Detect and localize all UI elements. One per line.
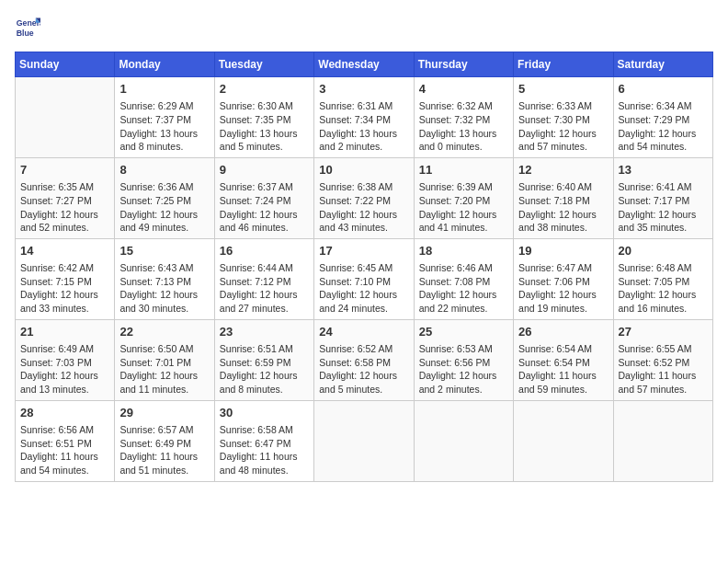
- calendar-cell: 2Sunrise: 6:30 AM Sunset: 7:35 PM Daylig…: [214, 77, 313, 158]
- day-number: 15: [119, 243, 209, 259]
- day-number: 14: [20, 243, 109, 259]
- cell-info: Sunrise: 6:38 AM Sunset: 7:22 PM Dayligh…: [319, 180, 408, 235]
- day-number: 25: [419, 324, 508, 340]
- calendar-cell: 27Sunrise: 6:55 AM Sunset: 6:52 PM Dayli…: [613, 319, 712, 400]
- calendar-cell: 26Sunrise: 6:54 AM Sunset: 6:54 PM Dayli…: [514, 319, 613, 400]
- calendar-cell: 16Sunrise: 6:44 AM Sunset: 7:12 PM Dayli…: [214, 238, 313, 319]
- calendar-cell: 19Sunrise: 6:47 AM Sunset: 7:06 PM Dayli…: [514, 238, 613, 319]
- calendar-cell: [16, 77, 115, 158]
- calendar-cell: [514, 400, 613, 481]
- day-number: 7: [20, 162, 109, 178]
- calendar-cell: [414, 400, 513, 481]
- calendar-cell: 8Sunrise: 6:36 AM Sunset: 7:25 PM Daylig…: [115, 157, 214, 238]
- cell-info: Sunrise: 6:45 AM Sunset: 7:10 PM Dayligh…: [319, 261, 408, 316]
- weekday-header: Friday: [514, 52, 613, 77]
- day-number: 28: [20, 405, 109, 421]
- cell-info: Sunrise: 6:40 AM Sunset: 7:18 PM Dayligh…: [518, 180, 608, 235]
- calendar-cell: 15Sunrise: 6:43 AM Sunset: 7:13 PM Dayli…: [115, 238, 214, 319]
- calendar-cell: [613, 400, 712, 481]
- calendar-cell: 25Sunrise: 6:53 AM Sunset: 6:56 PM Dayli…: [414, 319, 513, 400]
- calendar-cell: 11Sunrise: 6:39 AM Sunset: 7:20 PM Dayli…: [414, 157, 513, 238]
- day-number: 12: [518, 162, 608, 178]
- day-number: 17: [319, 243, 408, 259]
- cell-info: Sunrise: 6:32 AM Sunset: 7:32 PM Dayligh…: [419, 99, 508, 154]
- cell-info: Sunrise: 6:37 AM Sunset: 7:24 PM Dayligh…: [220, 180, 309, 235]
- day-number: 13: [619, 162, 708, 178]
- calendar-cell: 12Sunrise: 6:40 AM Sunset: 7:18 PM Dayli…: [514, 157, 613, 238]
- cell-info: Sunrise: 6:56 AM Sunset: 6:51 PM Dayligh…: [20, 423, 109, 477]
- page-header: General Blue: [15, 15, 713, 40]
- calendar-cell: 30Sunrise: 6:58 AM Sunset: 6:47 PM Dayli…: [214, 400, 313, 481]
- calendar-week-row: 21Sunrise: 6:49 AM Sunset: 7:03 PM Dayli…: [16, 319, 713, 400]
- weekday-header: Wednesday: [314, 52, 414, 77]
- day-number: 8: [119, 162, 209, 178]
- day-number: 30: [220, 405, 309, 421]
- day-number: 22: [119, 324, 209, 340]
- cell-info: Sunrise: 6:48 AM Sunset: 7:05 PM Dayligh…: [619, 261, 708, 316]
- calendar-cell: 22Sunrise: 6:50 AM Sunset: 7:01 PM Dayli…: [115, 319, 214, 400]
- weekday-header-row: SundayMondayTuesdayWednesdayThursdayFrid…: [16, 52, 713, 77]
- day-number: 26: [518, 324, 608, 340]
- calendar-week-row: 1Sunrise: 6:29 AM Sunset: 7:37 PM Daylig…: [16, 77, 713, 158]
- cell-info: Sunrise: 6:54 AM Sunset: 6:54 PM Dayligh…: [518, 342, 608, 396]
- calendar-cell: 29Sunrise: 6:57 AM Sunset: 6:49 PM Dayli…: [115, 400, 214, 481]
- calendar-cell: 10Sunrise: 6:38 AM Sunset: 7:22 PM Dayli…: [314, 157, 414, 238]
- day-number: 4: [419, 81, 508, 98]
- cell-info: Sunrise: 6:53 AM Sunset: 6:56 PM Dayligh…: [419, 342, 508, 396]
- day-number: 27: [619, 324, 708, 340]
- calendar-cell: 9Sunrise: 6:37 AM Sunset: 7:24 PM Daylig…: [214, 157, 313, 238]
- day-number: 11: [419, 162, 508, 178]
- calendar-week-row: 14Sunrise: 6:42 AM Sunset: 7:15 PM Dayli…: [16, 238, 713, 319]
- day-number: 2: [220, 81, 309, 98]
- day-number: 23: [220, 324, 309, 340]
- svg-text:Blue: Blue: [17, 29, 34, 38]
- calendar-cell: 21Sunrise: 6:49 AM Sunset: 7:03 PM Dayli…: [16, 319, 115, 400]
- cell-info: Sunrise: 6:57 AM Sunset: 6:49 PM Dayligh…: [119, 423, 209, 477]
- calendar-cell: 4Sunrise: 6:32 AM Sunset: 7:32 PM Daylig…: [414, 77, 513, 158]
- day-number: 10: [319, 162, 408, 178]
- cell-info: Sunrise: 6:31 AM Sunset: 7:34 PM Dayligh…: [319, 99, 408, 154]
- day-number: 18: [419, 243, 508, 259]
- day-number: 3: [319, 81, 408, 98]
- cell-info: Sunrise: 6:52 AM Sunset: 6:58 PM Dayligh…: [319, 342, 408, 396]
- weekday-header: Sunday: [16, 52, 115, 77]
- cell-info: Sunrise: 6:29 AM Sunset: 7:37 PM Dayligh…: [119, 99, 209, 154]
- weekday-header: Thursday: [414, 52, 513, 77]
- weekday-header: Tuesday: [214, 52, 313, 77]
- day-number: 21: [20, 324, 109, 340]
- cell-info: Sunrise: 6:41 AM Sunset: 7:17 PM Dayligh…: [619, 180, 708, 235]
- cell-info: Sunrise: 6:55 AM Sunset: 6:52 PM Dayligh…: [619, 342, 708, 396]
- cell-info: Sunrise: 6:39 AM Sunset: 7:20 PM Dayligh…: [419, 180, 508, 235]
- day-number: 19: [518, 243, 608, 259]
- calendar-cell: 28Sunrise: 6:56 AM Sunset: 6:51 PM Dayli…: [16, 400, 115, 481]
- day-number: 9: [220, 162, 309, 178]
- cell-info: Sunrise: 6:36 AM Sunset: 7:25 PM Dayligh…: [119, 180, 209, 235]
- day-number: 29: [119, 405, 209, 421]
- calendar-cell: 17Sunrise: 6:45 AM Sunset: 7:10 PM Dayli…: [314, 238, 414, 319]
- calendar-cell: 20Sunrise: 6:48 AM Sunset: 7:05 PM Dayli…: [613, 238, 712, 319]
- calendar-cell: 3Sunrise: 6:31 AM Sunset: 7:34 PM Daylig…: [314, 77, 414, 158]
- cell-info: Sunrise: 6:58 AM Sunset: 6:47 PM Dayligh…: [220, 423, 309, 477]
- cell-info: Sunrise: 6:43 AM Sunset: 7:13 PM Dayligh…: [119, 261, 209, 316]
- calendar-week-row: 7Sunrise: 6:35 AM Sunset: 7:27 PM Daylig…: [16, 157, 713, 238]
- calendar-cell: 23Sunrise: 6:51 AM Sunset: 6:59 PM Dayli…: [214, 319, 313, 400]
- cell-info: Sunrise: 6:47 AM Sunset: 7:06 PM Dayligh…: [518, 261, 608, 316]
- logo-icon: General Blue: [15, 15, 40, 40]
- cell-info: Sunrise: 6:35 AM Sunset: 7:27 PM Dayligh…: [20, 180, 109, 235]
- day-number: 16: [220, 243, 309, 259]
- calendar-cell: 5Sunrise: 6:33 AM Sunset: 7:30 PM Daylig…: [514, 77, 613, 158]
- cell-info: Sunrise: 6:34 AM Sunset: 7:29 PM Dayligh…: [619, 99, 708, 154]
- weekday-header: Saturday: [613, 52, 712, 77]
- cell-info: Sunrise: 6:44 AM Sunset: 7:12 PM Dayligh…: [220, 261, 309, 316]
- calendar-cell: 1Sunrise: 6:29 AM Sunset: 7:37 PM Daylig…: [115, 77, 214, 158]
- cell-info: Sunrise: 6:50 AM Sunset: 7:01 PM Dayligh…: [119, 342, 209, 396]
- day-number: 5: [518, 81, 608, 98]
- calendar-cell: 13Sunrise: 6:41 AM Sunset: 7:17 PM Dayli…: [613, 157, 712, 238]
- cell-info: Sunrise: 6:51 AM Sunset: 6:59 PM Dayligh…: [220, 342, 309, 396]
- calendar-cell: 18Sunrise: 6:46 AM Sunset: 7:08 PM Dayli…: [414, 238, 513, 319]
- calendar-week-row: 28Sunrise: 6:56 AM Sunset: 6:51 PM Dayli…: [16, 400, 713, 481]
- day-number: 1: [119, 81, 209, 98]
- day-number: 24: [319, 324, 408, 340]
- day-number: 20: [619, 243, 708, 259]
- calendar-cell: 6Sunrise: 6:34 AM Sunset: 7:29 PM Daylig…: [613, 77, 712, 158]
